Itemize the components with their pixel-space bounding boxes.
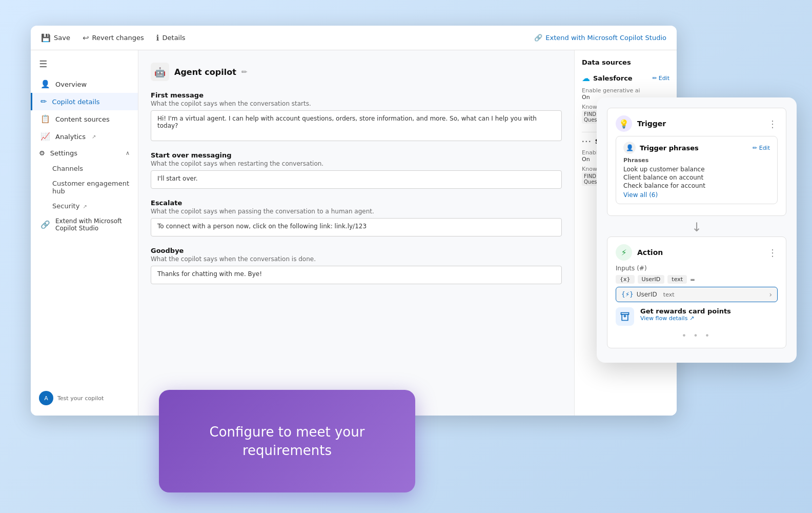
- phrase-item-0: Look up customer balance: [623, 166, 770, 173]
- salesforce-enable-label: Enable generative ai: [582, 87, 669, 94]
- rewards-icon: [616, 307, 634, 326]
- trigger-title: Trigger: [637, 120, 666, 128]
- analytics-icon: 📈: [40, 132, 50, 141]
- rewards-title: Get rewards card points: [640, 307, 731, 315]
- sidebar-item-analytics[interactable]: 📈 Analytics ↗: [31, 128, 138, 145]
- agent-title: Agent copilot: [174, 67, 236, 77]
- sidebar-item-channels[interactable]: Channels: [31, 161, 138, 176]
- sidebar: ☰ 👤 Overview ✏️ Copilot details 📋 Conten…: [31, 50, 138, 416]
- trigger-block: 💡 Trigger ⋮ 👤 Trigger phrases ✏️ Edit Ph…: [607, 108, 786, 216]
- input-chip-row: {x} UserID text =: [616, 275, 778, 284]
- details-icon: ℹ: [156, 33, 159, 43]
- escalate-desc: What the copilot says when passing the c…: [151, 208, 562, 215]
- content-icon: 📋: [40, 114, 50, 124]
- phrase-icon: 👤: [623, 142, 636, 154]
- salesforce-name: Salesforce: [593, 74, 633, 82]
- sidebar-group-settings: ⚙️ Settings ∧ Channels Customer engageme…: [31, 145, 138, 213]
- phrase-item-2: Check balance for account: [623, 182, 770, 189]
- sidebar-item-security[interactable]: Security ↗: [31, 199, 138, 213]
- main-window: 💾 Save ↩ Revert changes ℹ Details 🔗 Exte…: [31, 26, 677, 416]
- curly-icon: {⚡}: [621, 291, 634, 298]
- settings-header[interactable]: ⚙️ Settings ∧: [31, 145, 138, 161]
- purple-card-text: Configure to meet your requirements: [194, 423, 380, 460]
- flow-arrow: ↓: [607, 220, 786, 234]
- trigger-menu-button[interactable]: ⋮: [768, 119, 778, 129]
- text-chip1: text: [667, 275, 687, 284]
- salesforce-edit-button[interactable]: ✏️ Edit: [652, 75, 669, 82]
- edit-icon: ✏️: [652, 75, 657, 82]
- action-menu-button[interactable]: ⋮: [768, 247, 778, 258]
- details-button[interactable]: ℹ Details: [156, 33, 186, 43]
- settings-icon: ⚙️: [39, 149, 45, 157]
- text-type2: text: [663, 291, 675, 298]
- trigger-phrases-title: Trigger phrases: [640, 144, 699, 152]
- first-message-section: First message What the copilot says when…: [151, 91, 562, 141]
- action-block: ⚡ Action ⋮ Inputs (#) {x} UserID text = …: [607, 236, 786, 348]
- curly-chip: {x}: [616, 275, 635, 284]
- toolbar: 💾 Save ↩ Revert changes ℹ Details 🔗 Exte…: [31, 26, 677, 50]
- extend-sidebar-icon: 🔗: [40, 220, 50, 229]
- userid-chip: UserID: [638, 275, 665, 284]
- start-over-desc: What the copilot says when restarting th…: [151, 160, 562, 167]
- rewards-link[interactable]: View flow details ↗: [640, 315, 731, 322]
- action-title: Action: [637, 248, 663, 256]
- equals-sign: =: [690, 276, 695, 283]
- escalate-label: Escalate: [151, 199, 562, 207]
- phrase-item-1: Client balance on account: [623, 174, 770, 181]
- extend-icon: 🔗: [534, 34, 542, 42]
- window-body: ☰ 👤 Overview ✏️ Copilot details 📋 Conten…: [31, 50, 677, 416]
- escalate-input[interactable]: To connect with a person now, click on t…: [151, 218, 562, 236]
- phrases-heading: Phrases: [623, 157, 770, 164]
- form-panel: 🤖 Agent copilot ✏️ First message What th…: [138, 50, 574, 416]
- trigger-phrases-block: 👤 Trigger phrases ✏️ Edit Phrases Look u…: [616, 136, 778, 204]
- chevron-up-icon: ∧: [126, 150, 130, 156]
- trigger-icon: 💡: [616, 115, 632, 132]
- avatar: A: [39, 391, 53, 405]
- save-icon: 💾: [41, 33, 51, 43]
- userid-label2: UserID: [637, 291, 657, 298]
- security-external-icon: ↗: [83, 204, 87, 209]
- agent-icon: 🤖: [151, 63, 169, 81]
- extend-button[interactable]: 🔗 Extend with Microsoft Copilot Studio: [534, 34, 666, 42]
- save-button[interactable]: 💾 Save: [41, 33, 70, 43]
- start-over-input[interactable]: I'll start over.: [151, 170, 562, 189]
- agent-header: 🤖 Agent copilot ✏️: [151, 63, 562, 81]
- view-all-link[interactable]: View all (6): [623, 191, 770, 199]
- sidebar-item-customer-engagement[interactable]: Customer engagement hub: [31, 176, 138, 199]
- revert-button[interactable]: ↩ Revert changes: [83, 33, 144, 43]
- chevron-right-icon: ›: [769, 290, 772, 299]
- sidebar-item-copilot-details[interactable]: ✏️ Copilot details: [31, 93, 138, 110]
- phrases-edit-button[interactable]: ✏️ Edit: [753, 145, 770, 151]
- start-over-label: Start over messaging: [151, 151, 562, 159]
- revert-icon: ↩: [83, 33, 89, 43]
- start-over-section: Start over messaging What the copilot sa…: [151, 151, 562, 189]
- sidebar-bottom: A Test your copilot: [31, 385, 138, 411]
- inputs-label: Inputs (#): [616, 265, 778, 272]
- sidebar-item-extend[interactable]: 🔗 Extend with Microsoft Copilot Studio: [31, 213, 138, 236]
- servicenow-icon: ···: [582, 138, 592, 145]
- right-panel: 💡 Trigger ⋮ 👤 Trigger phrases ✏️ Edit Ph…: [597, 97, 797, 363]
- sidebar-item-content-sources[interactable]: 📋 Content sources: [31, 110, 138, 128]
- first-message-desc: What the copilot says when the conversat…: [151, 100, 562, 107]
- goodbye-input[interactable]: Thanks for chatting with me. Bye!: [151, 266, 562, 284]
- goodbye-section: Goodbye What the copilot says when the c…: [151, 247, 562, 284]
- data-sources-title: Data sources: [582, 58, 669, 66]
- analytics-external-icon: ↗: [92, 134, 96, 140]
- main-content: 🤖 Agent copilot ✏️ First message What th…: [138, 50, 677, 416]
- input-box-row[interactable]: {⚡} UserID text ›: [616, 287, 778, 302]
- escalate-section: Escalate What the copilot says when pass…: [151, 199, 562, 236]
- hamburger-menu[interactable]: ☰: [31, 54, 138, 75]
- overview-icon: 👤: [40, 80, 50, 89]
- rewards-row: Get rewards card points View flow detail…: [616, 302, 778, 331]
- action-icon: ⚡: [616, 244, 632, 261]
- first-message-label: First message: [151, 91, 562, 99]
- sidebar-item-overview[interactable]: 👤 Overview: [31, 75, 138, 93]
- agent-edit-icon[interactable]: ✏️: [241, 68, 248, 76]
- first-message-input[interactable]: Hi! I'm a virtual agent. I can help with…: [151, 110, 562, 141]
- goodbye-label: Goodbye: [151, 247, 562, 254]
- salesforce-icon: ☁: [582, 73, 590, 83]
- copilot-icon: ✏️: [40, 97, 47, 106]
- purple-card: Configure to meet your requirements: [159, 390, 415, 492]
- goodbye-desc: What the copilot says when the conversat…: [151, 255, 562, 263]
- more-dots: • • •: [616, 331, 778, 341]
